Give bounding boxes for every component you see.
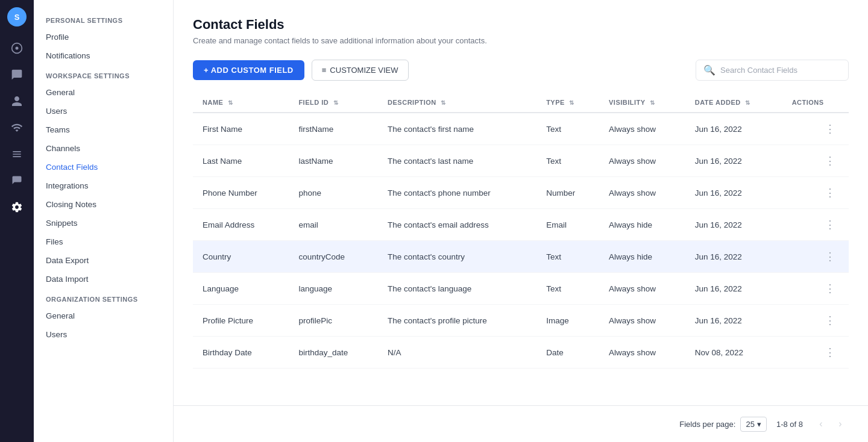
contacts-icon[interactable]	[5, 89, 29, 113]
sidebar-item-integrations[interactable]: Integrations	[34, 176, 173, 195]
sidebar-item-files[interactable]: Files	[34, 232, 173, 251]
cell-name: Last Name	[193, 145, 289, 177]
cell-name: Profile Picture	[193, 305, 289, 337]
table-row: Phone Number phone The contact's phone n…	[193, 177, 849, 209]
sidebar-item-contact-fields[interactable]: Contact Fields	[34, 158, 173, 176]
cell-visibility: Always hide	[599, 209, 685, 241]
col-type[interactable]: TYPE ⇅	[536, 93, 599, 113]
cell-name: Language	[193, 273, 289, 305]
cell-type: Text	[536, 241, 599, 273]
search-box: 🔍	[696, 60, 849, 81]
cell-type: Text	[536, 113, 599, 145]
cell-date-added: Jun 16, 2022	[685, 209, 782, 241]
cell-description: N/A	[378, 337, 536, 369]
cell-visibility: Always show	[599, 145, 685, 177]
search-icon: 🔍	[703, 64, 715, 76]
cell-date-added: Jun 16, 2022	[685, 305, 782, 337]
cell-type: Image	[536, 305, 599, 337]
cell-visibility: Always show	[599, 177, 685, 209]
cell-description: The contact's profile picture	[378, 305, 536, 337]
cell-field-id: birthday_date	[289, 337, 378, 369]
col-name[interactable]: NAME ⇅	[193, 93, 289, 113]
filter-icon: ≡	[322, 66, 327, 75]
cell-actions: ⋮	[782, 337, 849, 369]
row-actions-button[interactable]: ⋮	[821, 344, 839, 360]
sidebar-item-ws-general[interactable]: General	[34, 83, 173, 102]
table-row: First Name firstName The contact's first…	[193, 113, 849, 145]
cell-name: Email Address	[193, 209, 289, 241]
sidebar-item-data-export[interactable]: Data Export	[34, 251, 173, 270]
col-date-added[interactable]: DATE ADDED ⇅	[685, 93, 782, 113]
sidebar-item-data-import[interactable]: Data Import	[34, 270, 173, 288]
sidebar-item-ws-users[interactable]: Users	[34, 102, 173, 120]
cell-name: First Name	[193, 113, 289, 145]
sidebar-item-snippets[interactable]: Snippets	[34, 214, 173, 232]
row-actions-button[interactable]: ⋮	[821, 185, 839, 201]
cell-actions: ⋮	[782, 113, 849, 145]
cell-field-id: lastName	[289, 145, 378, 177]
user-avatar[interactable]: S	[7, 7, 27, 26]
chat-icon[interactable]	[5, 63, 29, 87]
contact-fields-table: NAME ⇅ FIELD ID ⇅ DESCRIPTION ⇅ TYPE ⇅ V…	[193, 93, 849, 369]
chevron-down-icon: ▾	[757, 420, 761, 429]
per-page-box[interactable]: 25 ▾	[740, 417, 766, 432]
per-page-label: Fields per page:	[679, 420, 735, 429]
cell-date-added: Jun 16, 2022	[685, 241, 782, 273]
cell-actions: ⋮	[782, 241, 849, 273]
cell-actions: ⋮	[782, 273, 849, 305]
sidebar-item-closing-notes[interactable]: Closing Notes	[34, 195, 173, 214]
next-page-button[interactable]: ›	[832, 416, 849, 432]
row-actions-button[interactable]: ⋮	[821, 153, 839, 169]
sidebar-item-profile[interactable]: Profile	[34, 28, 173, 46]
cell-type: Text	[536, 273, 599, 305]
channels-icon[interactable]	[5, 142, 29, 166]
workspace-settings-section: Workspace Settings	[34, 65, 173, 83]
sidebar-item-org-general[interactable]: General	[34, 307, 173, 325]
dashboard-icon[interactable]	[5, 36, 29, 60]
cell-description: The contact's first name	[378, 113, 536, 145]
cell-name: Country	[193, 241, 289, 273]
cell-actions: ⋮	[782, 177, 849, 209]
cell-visibility: Always show	[599, 337, 685, 369]
sidebar-item-ws-teams[interactable]: Teams	[34, 120, 173, 139]
add-custom-field-button[interactable]: + ADD CUSTOM FIELD	[193, 60, 304, 80]
cell-type: Number	[536, 177, 599, 209]
page-nav: ‹ ›	[813, 416, 849, 432]
cell-date-added: Jun 16, 2022	[685, 145, 782, 177]
cell-date-added: Nov 08, 2022	[685, 337, 782, 369]
col-description[interactable]: DESCRIPTION ⇅	[378, 93, 536, 113]
col-visibility[interactable]: VISIBILITY ⇅	[599, 93, 685, 113]
cell-actions: ⋮	[782, 209, 849, 241]
table-row: Profile Picture profilePic The contact's…	[193, 305, 849, 337]
pagination: Fields per page: 25 ▾ 1-8 of 8 ‹ ›	[174, 405, 868, 442]
cell-name: Birthday Date	[193, 337, 289, 369]
cell-type: Date	[536, 337, 599, 369]
per-page-selector: Fields per page: 25 ▾	[679, 417, 767, 432]
main-content: Contact Fields Create and manage contact…	[174, 0, 868, 442]
row-actions-button[interactable]: ⋮	[821, 313, 839, 328]
cell-description: The contact's email address	[378, 209, 536, 241]
customize-view-button[interactable]: ≡ CUSTOMIZE VIEW	[312, 60, 409, 81]
broadcast-icon[interactable]	[5, 116, 29, 140]
row-actions-button[interactable]: ⋮	[821, 217, 839, 232]
prev-page-button[interactable]: ‹	[813, 416, 829, 432]
sidebar-item-ws-channels[interactable]: Channels	[34, 139, 173, 158]
per-page-value: 25	[746, 420, 754, 429]
row-actions-button[interactable]: ⋮	[821, 249, 839, 264]
sidebar-item-org-users[interactable]: Users	[34, 325, 173, 344]
col-actions: ACTIONS	[782, 93, 849, 113]
settings-icon[interactable]	[5, 195, 29, 219]
reports-icon[interactable]	[5, 169, 29, 193]
sidebar: Personal Settings Profile Notifications …	[34, 0, 174, 442]
cell-field-id: firstName	[289, 113, 378, 145]
row-actions-button[interactable]: ⋮	[821, 121, 839, 137]
cell-field-id: phone	[289, 177, 378, 209]
col-field-id[interactable]: FIELD ID ⇅	[289, 93, 378, 113]
sidebar-item-notifications[interactable]: Notifications	[34, 46, 173, 65]
search-input[interactable]	[720, 66, 841, 75]
page-subtitle: Create and manage contact fields to save…	[193, 36, 849, 45]
cell-date-added: Jun 16, 2022	[685, 113, 782, 145]
row-actions-button[interactable]: ⋮	[821, 281, 839, 296]
cell-actions: ⋮	[782, 145, 849, 177]
cell-visibility: Always show	[599, 113, 685, 145]
